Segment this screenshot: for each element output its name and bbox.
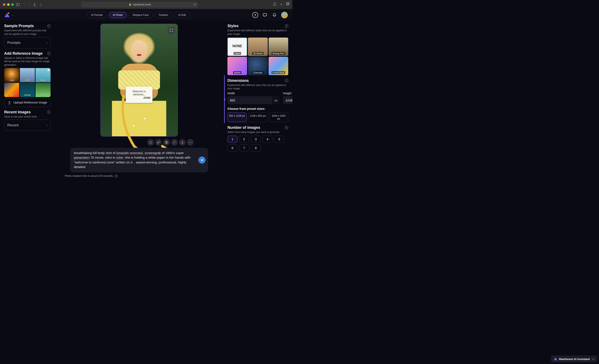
styles-section: Styles i Experiment with different style… (228, 24, 288, 75)
close-window-button[interactable] (3, 3, 5, 6)
tile-label: nature (40, 79, 46, 81)
reference-image-section: Add Reference Image i Upload or select a… (4, 51, 51, 107)
image-lips (137, 54, 141, 56)
num-8[interactable]: 8 (251, 144, 261, 152)
num-4[interactable]: 4 (263, 136, 273, 143)
tab-ai-photo[interactable]: AI Photo (109, 12, 127, 18)
url-bar[interactable]: 🔒 rainforest.zone ⟳ (81, 2, 198, 8)
prompts-button-label: Prompts (7, 41, 20, 45)
creation-time-note: Photo creation time is around 30 seconds… (65, 174, 118, 177)
section-subtitle: Experiment with different styles that ca… (228, 29, 288, 36)
upload-reference-button[interactable]: Upload Reference Image (4, 98, 51, 107)
avatar[interactable] (281, 12, 288, 18)
width-input[interactable] (228, 96, 272, 104)
section-title-reference: Add Reference Image (4, 51, 43, 56)
minimize-window-button[interactable] (7, 3, 10, 6)
style-analog-film[interactable]: Analog Film (269, 38, 288, 56)
section-title-dimensions: Dimensions (228, 78, 249, 83)
upload-button-label: Upload Reference Image (13, 101, 47, 105)
sidebar-toggle-icon[interactable] (16, 3, 20, 6)
recent-images-section: Recent Images i Save or see your recent … (4, 110, 51, 131)
prompt-text: breathtaking full body shot of (( (74, 151, 118, 155)
help-icon[interactable]: ? (252, 12, 258, 18)
num-1[interactable]: 1 (228, 136, 238, 143)
info-icon[interactable]: i (115, 174, 118, 177)
prompts-button[interactable]: Prompts › (4, 37, 51, 48)
height-input[interactable] (283, 96, 292, 104)
indicator-dot (48, 69, 49, 71)
tab-replace-face[interactable]: Replace Face (129, 12, 153, 18)
tab-fashion[interactable]: Fashion (155, 12, 172, 18)
preset-1216x832[interactable]: 1216 x 832 px (248, 113, 268, 122)
chat-icon[interactable] (262, 12, 268, 18)
num-6[interactable]: 6 (228, 144, 238, 152)
style-label: none (234, 52, 241, 55)
reload-icon[interactable]: ⟳ (194, 3, 196, 6)
paper-line-3: ZONE (143, 96, 150, 100)
num-5[interactable]: 5 (274, 136, 284, 143)
style-3d-model[interactable]: 3D Model (248, 38, 268, 56)
enhance-button[interactable] (147, 139, 154, 146)
recent-button-label: Recent (7, 123, 18, 127)
magic-button[interactable] (171, 139, 178, 146)
info-icon[interactable]: i (47, 52, 51, 55)
prompt-text: panavision (74, 156, 89, 159)
new-tab-icon[interactable]: + (280, 2, 282, 7)
tab-ai-portrait[interactable]: AI Portrait (87, 12, 107, 18)
unit-label: px (272, 96, 280, 104)
bell-icon[interactable] (272, 12, 277, 18)
prompt-input[interactable]: breathtaking full body shot of ((marylin… (70, 148, 208, 172)
num-7[interactable]: 7 (239, 144, 249, 152)
reference-tile-nature[interactable]: nature (35, 68, 51, 82)
dimensions-section: Dimensions i Experiment with different s… (228, 78, 288, 122)
num-3[interactable]: 3 (251, 136, 261, 143)
preset-832x1216[interactable]: 832 x 1216 px (228, 113, 247, 122)
section-subtitle: Upload or select a reference image that … (4, 56, 51, 67)
reference-tile-surreal[interactable]: surreal (20, 83, 35, 97)
app-logo[interactable]: ⌄ (5, 13, 14, 17)
center-canvas: Welcome to rainforest... ZONE ⋯ breathta… (55, 21, 223, 177)
share-icon[interactable] (273, 2, 276, 7)
info-icon[interactable]: i (285, 79, 288, 82)
style-label: Anime (233, 71, 241, 74)
tabs-overview-icon[interactable] (286, 2, 290, 7)
prompt-text: screengrab (145, 151, 161, 155)
image-paper-sign: Welcome to rainforest... ZONE (126, 87, 152, 103)
preset-1024x1024[interactable]: 1024 x 1024 px (269, 113, 288, 122)
style-none[interactable]: NONE none (228, 38, 247, 56)
forward-button[interactable]: ❯ (39, 2, 43, 7)
tab-ai-edit[interactable]: AI Edit (174, 12, 190, 18)
style-label: 3D Model (252, 52, 264, 55)
info-icon[interactable]: i (285, 126, 288, 130)
more-button[interactable]: ⋯ (187, 139, 194, 146)
reference-tile-art[interactable]: Art (4, 83, 19, 97)
send-button[interactable] (198, 156, 205, 164)
panel-handle[interactable] (223, 98, 225, 101)
prompt-text: 70 movie, retro in (89, 156, 116, 159)
svg-rect-11 (167, 141, 168, 143)
fullscreen-button[interactable] (167, 26, 175, 34)
sample-prompts-section: Sample Prompts i Experiment with differe… (4, 24, 51, 48)
info-icon[interactable]: i (285, 24, 288, 28)
chevron-down-icon[interactable]: ⌄ (22, 3, 26, 6)
edit-button[interactable] (155, 139, 162, 146)
style-comic-book[interactable]: Comic Book (269, 57, 288, 75)
section-subtitle: Save or see your recent work. (4, 115, 51, 119)
reference-tile-nature2[interactable]: nature (35, 83, 51, 97)
download-button[interactable] (179, 139, 186, 146)
compare-button[interactable] (163, 139, 170, 146)
num-2[interactable]: 2 (239, 136, 249, 143)
info-icon[interactable]: i (47, 110, 51, 114)
style-anime[interactable]: Anime (228, 57, 247, 75)
back-button[interactable]: ❮ (32, 2, 36, 7)
reference-tile-logo[interactable]: Logo (4, 68, 19, 82)
reference-tile-comic[interactable]: comic (20, 68, 35, 82)
info-icon[interactable]: i (47, 24, 51, 28)
svg-point-5 (150, 141, 150, 142)
svg-point-8 (151, 143, 152, 144)
style-cinematic[interactable]: Cinematic (248, 57, 268, 75)
section-title-num-images: Number of images (228, 125, 260, 130)
recent-button[interactable]: Recent › (4, 120, 51, 131)
maximize-window-button[interactable] (11, 3, 14, 6)
left-sidebar: Sample Prompts i Experiment with differe… (0, 21, 55, 177)
